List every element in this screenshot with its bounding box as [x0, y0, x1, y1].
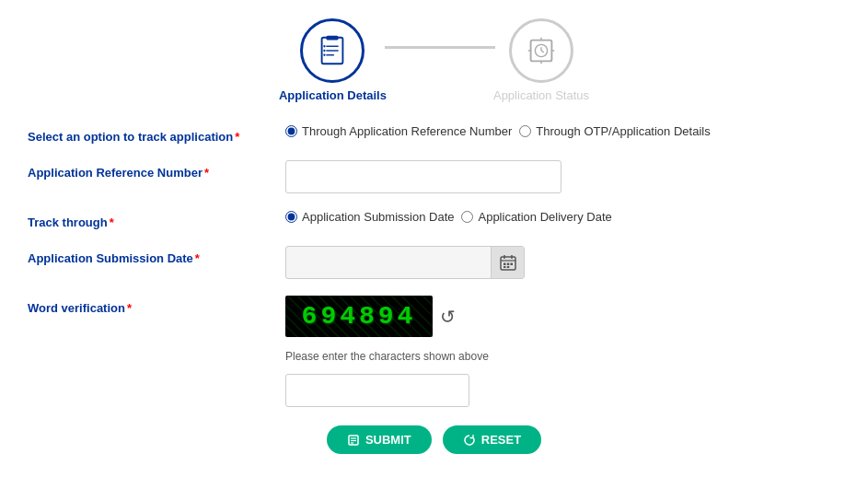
- submit-button[interactable]: SUBMIT: [327, 425, 432, 454]
- step-2-circle: [509, 18, 573, 83]
- captcha-controls: 694894 ↺ Please enter the characters sho…: [285, 296, 840, 407]
- captcha-entry-input[interactable]: [285, 374, 469, 407]
- date-input-wrap: [285, 246, 525, 279]
- captcha-value: 694894: [302, 302, 417, 331]
- step-2-label: Application Status: [493, 88, 589, 102]
- step-1-circle: [300, 18, 365, 83]
- svg-rect-23: [503, 266, 506, 268]
- svg-point-6: [324, 50, 326, 52]
- track-option-row: Select an option to track application* T…: [28, 124, 840, 144]
- submission-date-row: Application Submission Date*: [28, 246, 840, 279]
- track-delivery-radio[interactable]: Application Delivery Date: [461, 210, 611, 224]
- captcha-refresh-button[interactable]: ↺: [440, 306, 456, 328]
- track-through-controls: Application Submission Date Application …: [285, 210, 840, 224]
- calendar-button[interactable]: [491, 247, 524, 278]
- track-option-controls: Through Application Reference Number Thr…: [285, 124, 840, 138]
- submission-date-controls: [285, 246, 840, 279]
- captcha-label: Word verification*: [28, 296, 285, 315]
- app-ref-controls: [285, 160, 840, 193]
- form-section: Select an option to track application* T…: [18, 124, 850, 407]
- captcha-hint: Please enter the characters shown above: [285, 350, 489, 363]
- track-submission-radio-input[interactable]: [285, 211, 297, 223]
- captcha-image: 694894: [285, 296, 433, 337]
- captcha-row: Word verification* 694894 ↺ Please enter…: [28, 296, 840, 407]
- step-connector: [385, 46, 495, 49]
- track-radio-ref[interactable]: Through Application Reference Number: [285, 124, 512, 138]
- track-radio-ref-input[interactable]: [285, 125, 297, 137]
- svg-rect-21: [506, 263, 509, 266]
- app-ref-row: Application Reference Number*: [28, 160, 840, 193]
- track-radio-otp-input[interactable]: [519, 125, 531, 137]
- svg-point-7: [324, 54, 326, 56]
- step-2: Application Status: [493, 18, 589, 102]
- svg-rect-24: [506, 266, 509, 268]
- reset-button[interactable]: RESET: [443, 425, 541, 454]
- stepper: Application Details Application Status: [18, 9, 850, 102]
- app-ref-label: Application Reference Number*: [28, 160, 285, 180]
- track-delivery-radio-input[interactable]: [461, 211, 473, 223]
- track-radio-otp[interactable]: Through OTP/Application Details: [519, 124, 710, 138]
- app-ref-input[interactable]: [285, 160, 561, 193]
- page-wrapper: Application Details Application Status: [0, 0, 868, 477]
- svg-rect-20: [503, 263, 506, 266]
- submission-date-label: Application Submission Date*: [28, 246, 285, 265]
- track-submission-radio[interactable]: Application Submission Date: [285, 210, 454, 224]
- track-through-label: Track through*: [28, 210, 285, 229]
- svg-rect-1: [327, 36, 339, 41]
- svg-rect-22: [510, 263, 513, 266]
- captcha-wrap: 694894 ↺: [285, 296, 456, 337]
- track-through-row: Track through* Application Submission Da…: [28, 210, 840, 229]
- step-1: Application Details: [279, 18, 387, 102]
- svg-point-5: [324, 45, 326, 47]
- step-1-label: Application Details: [279, 88, 387, 102]
- track-option-label: Select an option to track application*: [28, 124, 285, 144]
- button-row: SUBMIT RESET: [18, 425, 850, 454]
- date-input-field[interactable]: [286, 250, 491, 275]
